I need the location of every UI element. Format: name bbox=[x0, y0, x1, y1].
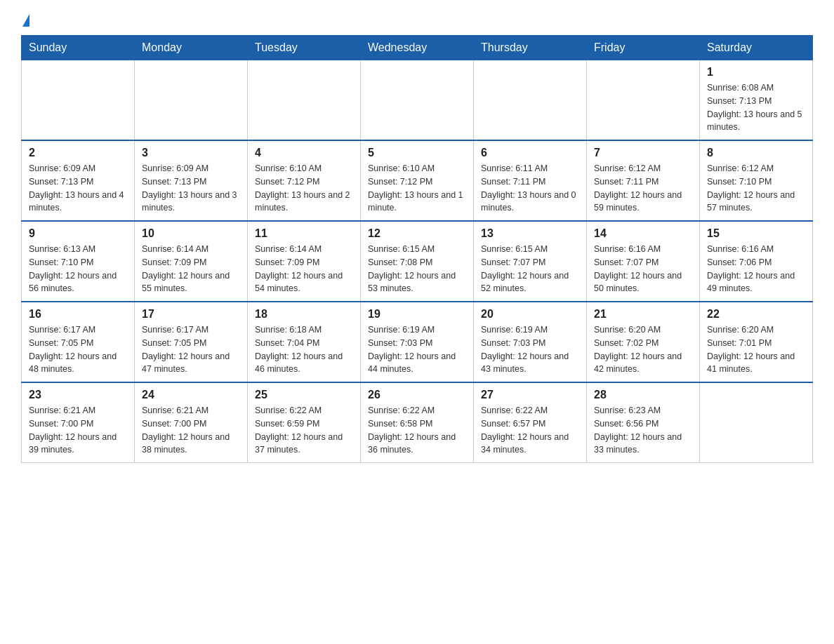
calendar-cell: 7Sunrise: 6:12 AMSunset: 7:11 PMDaylight… bbox=[587, 140, 700, 221]
calendar-cell bbox=[22, 60, 135, 141]
calendar-header-monday: Monday bbox=[135, 36, 248, 60]
day-info: Sunrise: 6:16 AMSunset: 7:07 PMDaylight:… bbox=[594, 243, 692, 295]
day-number: 26 bbox=[368, 389, 466, 401]
calendar-cell bbox=[248, 60, 361, 141]
calendar-cell: 18Sunrise: 6:18 AMSunset: 7:04 PMDayligh… bbox=[248, 302, 361, 382]
calendar-week-5: 23Sunrise: 6:21 AMSunset: 7:00 PMDayligh… bbox=[22, 382, 813, 463]
calendar-header-tuesday: Tuesday bbox=[248, 36, 361, 60]
calendar-cell: 25Sunrise: 6:22 AMSunset: 6:59 PMDayligh… bbox=[248, 382, 361, 463]
day-info: Sunrise: 6:14 AMSunset: 7:09 PMDaylight:… bbox=[255, 243, 353, 295]
day-info: Sunrise: 6:16 AMSunset: 7:06 PMDaylight:… bbox=[707, 243, 805, 295]
calendar-cell: 15Sunrise: 6:16 AMSunset: 7:06 PMDayligh… bbox=[700, 221, 813, 302]
day-number: 1 bbox=[707, 66, 805, 79]
calendar-cell: 11Sunrise: 6:14 AMSunset: 7:09 PMDayligh… bbox=[248, 221, 361, 302]
calendar-table: SundayMondayTuesdayWednesdayThursdayFrid… bbox=[21, 35, 813, 463]
day-number: 3 bbox=[142, 147, 240, 159]
day-number: 7 bbox=[594, 147, 692, 159]
day-number: 28 bbox=[594, 389, 692, 401]
day-info: Sunrise: 6:15 AMSunset: 7:07 PMDaylight:… bbox=[481, 243, 579, 295]
calendar-week-3: 9Sunrise: 6:13 AMSunset: 7:10 PMDaylight… bbox=[22, 221, 813, 302]
calendar-cell: 10Sunrise: 6:14 AMSunset: 7:09 PMDayligh… bbox=[135, 221, 248, 302]
day-info: Sunrise: 6:14 AMSunset: 7:09 PMDaylight:… bbox=[142, 243, 240, 295]
calendar-cell: 12Sunrise: 6:15 AMSunset: 7:08 PMDayligh… bbox=[361, 221, 474, 302]
day-info: Sunrise: 6:22 AMSunset: 6:58 PMDaylight:… bbox=[368, 404, 466, 457]
calendar-cell: 1Sunrise: 6:08 AMSunset: 7:13 PMDaylight… bbox=[700, 60, 813, 141]
day-info: Sunrise: 6:10 AMSunset: 7:12 PMDaylight:… bbox=[368, 162, 466, 215]
day-info: Sunrise: 6:21 AMSunset: 7:00 PMDaylight:… bbox=[142, 404, 240, 457]
day-number: 12 bbox=[368, 227, 466, 240]
day-number: 25 bbox=[255, 389, 353, 401]
calendar-header-friday: Friday bbox=[587, 36, 700, 60]
day-info: Sunrise: 6:13 AMSunset: 7:10 PMDaylight:… bbox=[29, 243, 127, 295]
calendar-cell: 23Sunrise: 6:21 AMSunset: 7:00 PMDayligh… bbox=[22, 382, 135, 463]
logo bbox=[21, 14, 29, 27]
calendar-cell: 6Sunrise: 6:11 AMSunset: 7:11 PMDaylight… bbox=[474, 140, 587, 221]
calendar-cell: 21Sunrise: 6:20 AMSunset: 7:02 PMDayligh… bbox=[587, 302, 700, 382]
day-info: Sunrise: 6:19 AMSunset: 7:03 PMDaylight:… bbox=[368, 323, 466, 376]
calendar-header-row: SundayMondayTuesdayWednesdayThursdayFrid… bbox=[22, 36, 813, 60]
day-info: Sunrise: 6:19 AMSunset: 7:03 PMDaylight:… bbox=[481, 323, 579, 376]
day-info: Sunrise: 6:12 AMSunset: 7:11 PMDaylight:… bbox=[594, 162, 692, 215]
day-info: Sunrise: 6:08 AMSunset: 7:13 PMDaylight:… bbox=[707, 81, 805, 134]
day-info: Sunrise: 6:15 AMSunset: 7:08 PMDaylight:… bbox=[368, 243, 466, 295]
day-number: 5 bbox=[368, 147, 466, 159]
day-info: Sunrise: 6:23 AMSunset: 6:56 PMDaylight:… bbox=[594, 404, 692, 457]
calendar-cell: 22Sunrise: 6:20 AMSunset: 7:01 PMDayligh… bbox=[700, 302, 813, 382]
day-info: Sunrise: 6:22 AMSunset: 6:57 PMDaylight:… bbox=[481, 404, 579, 457]
day-number: 20 bbox=[481, 308, 579, 321]
day-number: 21 bbox=[594, 308, 692, 321]
calendar-week-1: 1Sunrise: 6:08 AMSunset: 7:13 PMDaylight… bbox=[22, 60, 813, 141]
calendar-cell: 14Sunrise: 6:16 AMSunset: 7:07 PMDayligh… bbox=[587, 221, 700, 302]
calendar-cell bbox=[700, 382, 813, 463]
calendar-cell bbox=[587, 60, 700, 141]
day-number: 27 bbox=[481, 389, 579, 401]
calendar-cell: 3Sunrise: 6:09 AMSunset: 7:13 PMDaylight… bbox=[135, 140, 248, 221]
calendar-cell: 13Sunrise: 6:15 AMSunset: 7:07 PMDayligh… bbox=[474, 221, 587, 302]
day-number: 16 bbox=[29, 308, 127, 321]
day-info: Sunrise: 6:11 AMSunset: 7:11 PMDaylight:… bbox=[481, 162, 579, 215]
day-info: Sunrise: 6:17 AMSunset: 7:05 PMDaylight:… bbox=[29, 323, 127, 376]
day-number: 11 bbox=[255, 227, 353, 240]
calendar-header-wednesday: Wednesday bbox=[361, 36, 474, 60]
calendar-cell: 28Sunrise: 6:23 AMSunset: 6:56 PMDayligh… bbox=[587, 382, 700, 463]
calendar-header-thursday: Thursday bbox=[474, 36, 587, 60]
day-number: 14 bbox=[594, 227, 692, 240]
day-number: 10 bbox=[142, 227, 240, 240]
day-info: Sunrise: 6:20 AMSunset: 7:01 PMDaylight:… bbox=[707, 323, 805, 376]
calendar-cell: 24Sunrise: 6:21 AMSunset: 7:00 PMDayligh… bbox=[135, 382, 248, 463]
day-info: Sunrise: 6:09 AMSunset: 7:13 PMDaylight:… bbox=[29, 162, 127, 215]
calendar-cell: 27Sunrise: 6:22 AMSunset: 6:57 PMDayligh… bbox=[474, 382, 587, 463]
logo-triangle-icon bbox=[22, 14, 29, 27]
calendar-header-sunday: Sunday bbox=[22, 36, 135, 60]
day-info: Sunrise: 6:20 AMSunset: 7:02 PMDaylight:… bbox=[594, 323, 692, 376]
calendar-cell bbox=[361, 60, 474, 141]
day-info: Sunrise: 6:22 AMSunset: 6:59 PMDaylight:… bbox=[255, 404, 353, 457]
day-info: Sunrise: 6:21 AMSunset: 7:00 PMDaylight:… bbox=[29, 404, 127, 457]
day-number: 24 bbox=[142, 389, 240, 401]
day-number: 19 bbox=[368, 308, 466, 321]
calendar-cell: 19Sunrise: 6:19 AMSunset: 7:03 PMDayligh… bbox=[361, 302, 474, 382]
day-number: 22 bbox=[707, 308, 805, 321]
calendar-cell: 17Sunrise: 6:17 AMSunset: 7:05 PMDayligh… bbox=[135, 302, 248, 382]
day-number: 15 bbox=[707, 227, 805, 240]
day-info: Sunrise: 6:10 AMSunset: 7:12 PMDaylight:… bbox=[255, 162, 353, 215]
page-header bbox=[21, 14, 813, 27]
day-number: 8 bbox=[707, 147, 805, 159]
day-number: 23 bbox=[29, 389, 127, 401]
day-number: 17 bbox=[142, 308, 240, 321]
calendar-cell: 4Sunrise: 6:10 AMSunset: 7:12 PMDaylight… bbox=[248, 140, 361, 221]
calendar-cell: 8Sunrise: 6:12 AMSunset: 7:10 PMDaylight… bbox=[700, 140, 813, 221]
calendar-cell: 20Sunrise: 6:19 AMSunset: 7:03 PMDayligh… bbox=[474, 302, 587, 382]
day-info: Sunrise: 6:12 AMSunset: 7:10 PMDaylight:… bbox=[707, 162, 805, 215]
day-number: 9 bbox=[29, 227, 127, 240]
day-info: Sunrise: 6:17 AMSunset: 7:05 PMDaylight:… bbox=[142, 323, 240, 376]
calendar-cell: 2Sunrise: 6:09 AMSunset: 7:13 PMDaylight… bbox=[22, 140, 135, 221]
calendar-cell: 9Sunrise: 6:13 AMSunset: 7:10 PMDaylight… bbox=[22, 221, 135, 302]
calendar-cell bbox=[135, 60, 248, 141]
calendar-week-2: 2Sunrise: 6:09 AMSunset: 7:13 PMDaylight… bbox=[22, 140, 813, 221]
day-number: 2 bbox=[29, 147, 127, 159]
calendar-cell: 26Sunrise: 6:22 AMSunset: 6:58 PMDayligh… bbox=[361, 382, 474, 463]
calendar-header-saturday: Saturday bbox=[700, 36, 813, 60]
day-number: 6 bbox=[481, 147, 579, 159]
calendar-cell: 16Sunrise: 6:17 AMSunset: 7:05 PMDayligh… bbox=[22, 302, 135, 382]
